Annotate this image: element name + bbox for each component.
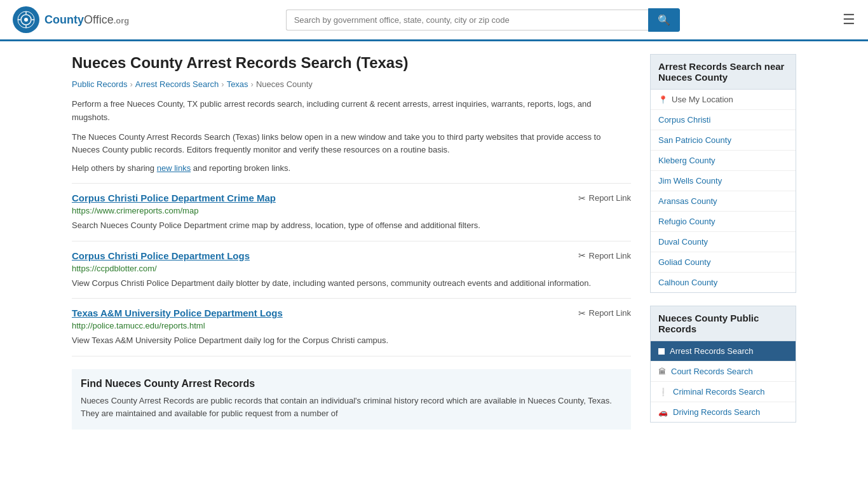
search-input[interactable] — [286, 10, 648, 30]
logo-area: CountyOffice.org — [13, 6, 129, 33]
nearby-item-6[interactable]: Duval County — [651, 232, 796, 252]
record-desc-1: View Corpus Christi Police Department da… — [72, 277, 631, 290]
breadcrumb-current: Nueces County — [256, 79, 313, 89]
report-link-btn-1[interactable]: ✂ Report Link — [578, 250, 631, 261]
scissors-icon: ✂ — [578, 250, 586, 261]
record-url-1[interactable]: https://ccpdblotter.com/ — [72, 264, 631, 273]
find-section: Find Nueces County Arrest Records Nueces… — [72, 369, 631, 430]
page-title: Nueces County Arrest Records Search (Tex… — [72, 54, 631, 72]
record-header-2: Texas A&M University Police Department L… — [72, 308, 631, 318]
pin-icon: 📍 — [658, 95, 668, 104]
record-url-0[interactable]: https://www.crimereports.com/map — [72, 206, 631, 215]
nearby-link-4[interactable]: Aransas County — [658, 196, 717, 206]
nearby-item-4[interactable]: Aransas County — [651, 191, 796, 212]
description-para1: Perform a free Nueces County, TX public … — [72, 98, 631, 125]
record-desc-2: View Texas A&M University Police Departm… — [72, 334, 631, 347]
breadcrumb: Public Records › Arrest Records Search ›… — [72, 79, 631, 89]
record-url-2[interactable]: http://police.tamucc.edu/reports.html — [72, 321, 631, 330]
nearby-link-1[interactable]: San Patricio County — [658, 135, 731, 145]
nearby-link-0[interactable]: Corpus Christi — [658, 115, 710, 125]
content-area: Nueces County Arrest Records Search (Tex… — [72, 54, 631, 435]
record-title-1[interactable]: Corpus Christi Police Department Logs — [72, 250, 250, 261]
hamburger-menu[interactable]: ☰ — [843, 11, 855, 28]
breadcrumb-texas[interactable]: Texas — [227, 79, 248, 89]
breadcrumb-public-records[interactable]: Public Records — [72, 79, 127, 89]
record-header-1: Corpus Christi Police Department Logs ✂ … — [72, 250, 631, 261]
nearby-link-7[interactable]: Goliad County — [658, 257, 710, 267]
nearby-item-2[interactable]: Kleberg County — [651, 151, 796, 171]
pub-records-list: Arrest Records Search🏛Court Records Sear… — [651, 341, 796, 422]
search-button[interactable]: 🔍 — [648, 8, 680, 32]
nearby-title: Arrest Records Search nearNueces County — [650, 54, 796, 90]
record-icon-0 — [658, 348, 665, 355]
record-title-0[interactable]: Corpus Christi Police Department Crime M… — [72, 193, 276, 203]
nearby-link-3[interactable]: Jim Wells County — [658, 176, 722, 186]
breadcrumb-arrest-records[interactable]: Arrest Records Search — [135, 79, 219, 89]
pub-records-link-0[interactable]: Arrest Records Search — [670, 346, 754, 356]
pub-records-link-3[interactable]: Driving Records Search — [673, 407, 760, 417]
scissors-icon: ✂ — [578, 308, 586, 318]
search-area: 🔍 — [286, 8, 680, 32]
nearby-item-1[interactable]: San Patricio County — [651, 130, 796, 151]
pub-records-item-1[interactable]: 🏛Court Records Search — [651, 362, 796, 382]
record-entry-2: Texas A&M University Police Department L… — [72, 298, 631, 356]
nearby-items: 📍 Use My Location Corpus ChristiSan Patr… — [650, 90, 796, 293]
sharing-line: Help others by sharing new links and rep… — [72, 163, 631, 173]
public-records-items: Arrest Records Search🏛Court Records Sear… — [650, 341, 796, 423]
public-records-section: Nueces County Public Records Arrest Reco… — [650, 306, 796, 423]
record-header-0: Corpus Christi Police Department Crime M… — [72, 193, 631, 203]
report-link-btn-2[interactable]: ✂ Report Link — [578, 308, 631, 318]
nearby-link-6[interactable]: Duval County — [658, 237, 708, 247]
record-title-2[interactable]: Texas A&M University Police Department L… — [72, 308, 283, 318]
nearby-item-5[interactable]: Refugio County — [651, 212, 796, 232]
nearby-item-0[interactable]: Corpus Christi — [651, 110, 796, 130]
find-section-heading: Find Nueces County Arrest Records — [81, 378, 622, 390]
scissors-icon: ✂ — [578, 193, 586, 203]
pub-records-link-1[interactable]: Court Records Search — [671, 367, 753, 376]
svg-point-2 — [24, 18, 28, 22]
pub-records-item-2[interactable]: ❕Criminal Records Search — [651, 382, 796, 402]
find-section-body: Nueces County Arrest Records are public … — [81, 395, 622, 421]
nearby-link-2[interactable]: Kleberg County — [658, 156, 715, 165]
record-icon-3: 🚗 — [658, 408, 668, 417]
nearby-section: Arrest Records Search nearNueces County … — [650, 54, 796, 293]
sidebar: Arrest Records Search nearNueces County … — [650, 54, 796, 435]
record-entry-0: Corpus Christi Police Department Crime M… — [72, 183, 631, 241]
nearby-item-3[interactable]: Jim Wells County — [651, 171, 796, 191]
record-entry-1: Corpus Christi Police Department Logs ✂ … — [72, 241, 631, 299]
nearby-list: Corpus ChristiSan Patricio CountyKleberg… — [651, 110, 796, 292]
record-desc-0: Search Nueces County Police Department c… — [72, 219, 631, 232]
public-records-title: Nueces County Public Records — [650, 306, 796, 341]
report-link-btn-0[interactable]: ✂ Report Link — [578, 193, 631, 203]
use-location[interactable]: 📍 Use My Location — [651, 90, 796, 110]
header: CountyOffice.org 🔍 ☰ — [0, 0, 868, 41]
pub-records-link-2[interactable]: Criminal Records Search — [673, 387, 765, 396]
nearby-item-7[interactable]: Goliad County — [651, 252, 796, 273]
pub-records-item-3[interactable]: 🚗Driving Records Search — [651, 402, 796, 422]
main-container: Nueces County Arrest Records Search (Tex… — [59, 41, 809, 448]
new-links[interactable]: new links — [157, 163, 191, 173]
record-icon-1: 🏛 — [658, 367, 666, 376]
pub-records-item-0[interactable]: Arrest Records Search — [651, 341, 796, 362]
logo-icon — [13, 6, 39, 33]
nearby-link-5[interactable]: Refugio County — [658, 217, 715, 226]
nearby-item-8[interactable]: Calhoun County — [651, 273, 796, 292]
description-para2: The Nueces County Arrest Records Search … — [72, 131, 631, 158]
logo-text: CountyOffice.org — [44, 13, 129, 27]
record-list: Corpus Christi Police Department Crime M… — [72, 183, 631, 356]
nearby-link-8[interactable]: Calhoun County — [658, 278, 717, 287]
record-icon-2: ❕ — [658, 388, 668, 396]
